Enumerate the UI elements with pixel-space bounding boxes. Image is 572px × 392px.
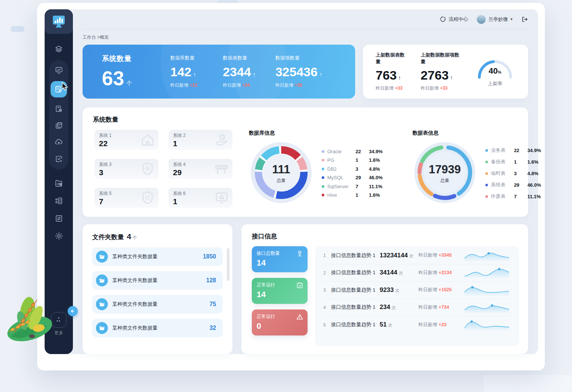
system-cell[interactable]: 系统 2 1 [168,130,232,150]
shield-bao-icon: 保 [140,161,155,177]
database-total: 111 [272,163,290,176]
sidebar-item-folder-add[interactable] [54,179,64,188]
table-total: 17939 [429,163,461,176]
sidebar-icon-group [49,60,68,170]
interface-total-card[interactable]: 接口总数量 14 [252,246,308,272]
row-name: 接口信息数量趋势 1 [331,287,380,293]
avatar [477,15,486,24]
card-value: 14 [257,258,303,268]
folder-item[interactable]: 某种类文件夹数据量 75 [92,295,223,314]
stat-value: 763 [376,68,397,82]
table-row[interactable]: 5 接口信息数量趋势 1 51次 昨日新增+23 [323,316,511,334]
system-cell[interactable]: 系统 6 1 [168,188,232,208]
plant-illustration [3,277,59,347]
database-total-label: 总量 [277,177,286,184]
delta-value: +35 [295,83,302,88]
sparkline-chart [463,266,511,280]
sidebar-item-doc-settings[interactable] [54,104,64,113]
sidebar-item-cloud[interactable] [54,137,64,147]
folder-item[interactable]: 某种类文件夹数据量 128 [92,271,223,290]
row-name: 接口信息数量趋势 1 [331,269,380,276]
sidebar-item-settings[interactable] [54,231,64,241]
sidebar-item-windows[interactable] [54,121,64,130]
system-cell[interactable]: 系统 4 29 [168,159,232,179]
browser-windows-icon [55,121,63,130]
sidebar-item-catalog[interactable] [54,196,64,206]
layers-icon [54,45,63,54]
systems-title: 系统数量 [93,115,518,124]
folder-label: 某种类文件夹数据量 [112,325,205,331]
breadcrumb[interactable]: 工作台 >概览 [83,34,528,41]
shelf-stat: 上架数据数据项数量 2763↑ 昨日新增+33 [421,52,461,91]
delta-value: +3345 [438,253,452,258]
folder-icon [96,322,108,334]
gauge-value: 40 [489,66,498,75]
folder-item[interactable]: 某种类文件夹数据量 1850 [92,247,223,266]
shield-xin-icon: 信 [140,190,155,206]
app-logo[interactable] [45,9,73,34]
shelf-rate-gauge: 40% 上架率 [475,57,515,87]
banner-main-stat: 系统数量 63个 [102,54,170,90]
sidebar-item-monitor[interactable] [54,65,64,75]
cloud-upload-icon [54,138,63,147]
sidebar-item-audit[interactable] [54,154,64,164]
process-center-link[interactable]: 流程中心 [440,16,468,23]
legend-row: PG11.6% [322,157,383,163]
delta-label: 昨日新增 [376,86,393,91]
legend-dot [485,195,488,198]
legend-row: SqlServer711.1% [322,184,383,189]
svg-text:保: 保 [145,166,150,171]
sidebar-lower-group [54,179,64,241]
table-row[interactable]: 3 接口信息数量趋势 1 9233次 昨日新增+1525 [323,282,511,299]
interface-summary-cards: 接口总数量 14 正常运行 14 [252,246,308,346]
up-arrow-icon: ↑ [193,71,196,77]
legend-dot [485,161,488,163]
home-icon [140,132,155,148]
table-row[interactable]: 2 接口信息数量趋势 1 34144次 昨日新增+2134 [323,264,511,282]
systems-card: 系统数量 系统 1 22 系统 2 1 [83,107,528,217]
up-arrow-icon: ↑ [319,71,322,77]
folder-item[interactable]: 某种类文件夹数据量 32 [92,319,223,337]
sparkline-chart [463,283,511,297]
folder-list: 某种类文件夹数据量 1850 某种类文件夹数据量 128 某种类文件夹数据量 7… [92,247,223,337]
system-cell[interactable]: 系统 5 7 信 [94,188,158,208]
shelf-stats-card: 上架数据表数量 763↑ 昨日新增+33 上架数据数据项数量 2763↑ 昨日新… [363,45,528,99]
folder-label: 某种类文件夹数据量 [112,277,202,284]
delta-value: +12 [190,83,197,88]
process-center-label: 流程中心 [449,16,468,23]
up-arrow-icon: ↑ [398,74,401,81]
legend-dot [322,176,324,179]
camera-tripod-icon [296,250,303,257]
delta-label: 昨日新增 [418,253,437,258]
system-cell[interactable]: 系统 3 3 保 [94,159,158,179]
delta-label: 昨日新增 [418,322,437,327]
folder-list-scrollbar[interactable] [227,248,229,281]
row-index: 3 [323,287,331,293]
database-info-section: 数据库信息 [249,130,383,208]
stat-unit: 个 [126,80,132,86]
logout-icon [521,16,528,23]
row-index: 5 [323,322,331,328]
logout-button[interactable] [521,16,528,23]
user-menu[interactable]: 兰亭妙微 ▾ [477,15,512,24]
stat-label: 系统数量 [102,54,170,64]
interface-error-card[interactable]: 正常运行 0 [252,309,308,335]
database-legend: Oracle2234.9% PG11.6% DB234.8% MySQL2946… [322,149,383,198]
system-cell[interactable]: 系统 1 22 [94,130,158,150]
stat-value: 2763 [421,68,449,82]
barrier-icon [213,161,229,177]
table-row[interactable]: 4 接口信息数量趋势 1 234次 昨日新增+734 [323,299,511,317]
interface-running-card[interactable]: 正常运行 14 [252,278,308,304]
card-value: 14 [257,290,303,299]
sidebar-item-layers[interactable] [54,44,64,54]
folders-unit: 个 [133,235,137,241]
chevron-down-icon: ▾ [510,17,512,22]
collapse-sidebar-button[interactable] [68,306,78,316]
table-row[interactable]: 1 接口信息数量趋势 1 13234144次 昨日新增+3345 [323,247,511,264]
gear-icon [54,231,64,241]
delta-value: +734 [438,305,449,310]
sidebar-item-transfer[interactable] [54,213,64,223]
monitor-chart-icon [55,66,63,74]
stat-label: 上架数据数据项数量 [421,52,461,65]
interface-trend-table: 1 接口信息数量趋势 1 13234144次 昨日新增+3345 [315,246,519,346]
